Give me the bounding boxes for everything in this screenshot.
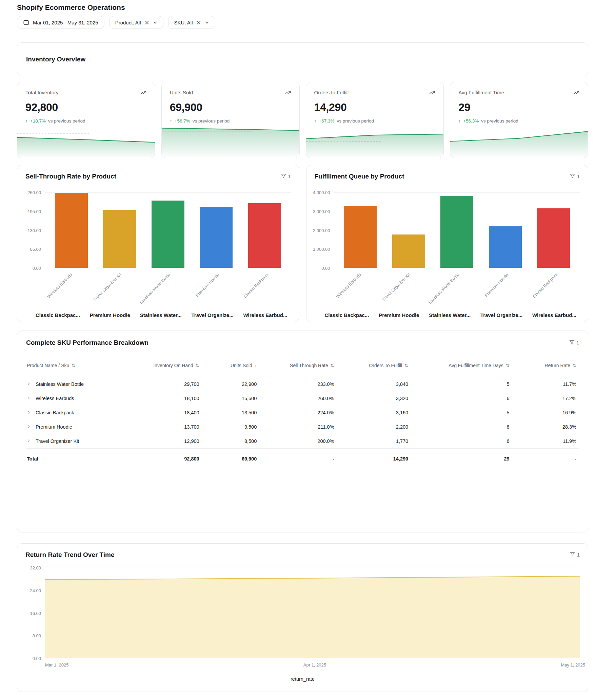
table-cell: 29,700	[141, 374, 202, 392]
legend-item-wireless-earbud-[interactable]: Wireless Earbud...	[243, 312, 287, 318]
inventory-overview-card: Inventory Overview	[17, 43, 588, 77]
y-axis: 0.0065.00130.00195.00260.00	[25, 192, 45, 268]
column-label: Sell Through Rate	[290, 363, 328, 368]
column-header-orders-to-fulfill[interactable]: Orders To Fulfill⇅	[337, 358, 411, 374]
column-header-units-sold[interactable]: Units Sold↓	[202, 358, 260, 374]
legend-item-travel-organize-[interactable]: Travel Organize...	[480, 312, 523, 318]
sort-icon[interactable]: ⇅	[573, 363, 576, 368]
table-cell: 260.0%	[259, 391, 337, 406]
table-cell: 8,500	[202, 434, 260, 448]
bar-classic-backpack[interactable]	[248, 203, 281, 268]
bar-stainless-water-bottle[interactable]	[152, 201, 184, 268]
filter-badge[interactable]: 1	[570, 552, 580, 558]
table-cell: 8	[411, 420, 512, 434]
legend-item-classic-backpac-[interactable]: Classic Backpac...	[325, 312, 369, 318]
clear-icon[interactable]	[197, 20, 201, 25]
y-tick-label: 0.00	[33, 656, 41, 661]
legend-item-classic-backpac-[interactable]: Classic Backpac...	[36, 312, 80, 318]
table-row-classic-backpack[interactable]: Classic Backpack18,40013,500224.0%3,1605…	[26, 406, 579, 420]
chevron-down-icon[interactable]	[205, 20, 209, 25]
clear-icon[interactable]	[145, 20, 149, 25]
kpi-delta: +56.3%	[463, 118, 479, 123]
filter-badge[interactable]: 1	[281, 173, 291, 180]
legend-item-premium-hoodie[interactable]: Premium Hoodie	[379, 312, 419, 318]
bar-travel-organizer-kit[interactable]	[103, 210, 136, 268]
table-cell: 18,100	[141, 391, 202, 406]
chevron-right-icon[interactable]	[27, 410, 31, 416]
kpi-label: Avg Fulfillment Time	[458, 89, 504, 95]
bar-chart-sell-through: 0.0065.00130.00195.00260.00Wireless Earb…	[25, 192, 291, 309]
table-cell: 3,840	[337, 374, 411, 392]
bar-wireless-earbuds[interactable]	[344, 206, 377, 268]
chevron-down-icon[interactable]	[153, 20, 157, 25]
sort-icon[interactable]: ⇅	[331, 363, 334, 368]
bar-classic-backpack[interactable]	[537, 208, 570, 268]
x-axis-label: Wireless Earbuds	[335, 272, 362, 299]
column-header-avg-fulfillment-time-days[interactable]: Avg Fulfillment Time Days⇅	[411, 358, 512, 374]
bar-stainless-water-bottle[interactable]	[440, 196, 473, 268]
kpi-row: Total Inventory 92,800 ↑ +18.7% vs previ…	[17, 82, 588, 158]
y-tick-label: 4,000.00	[313, 190, 330, 195]
table-cell: 3,160	[337, 406, 411, 420]
filter-badge[interactable]: 1	[570, 173, 580, 180]
column-header-sell-through-rate[interactable]: Sell Through Rate⇅	[259, 358, 337, 374]
chevron-right-icon[interactable]	[27, 382, 31, 387]
date-range-filter[interactable]: Mar 01, 2025 - May 31, 2025	[17, 16, 104, 29]
product-cell: Classic Backpack	[26, 406, 141, 420]
column-header-return-rate[interactable]: Return Rate⇅	[512, 358, 579, 374]
chevron-right-icon[interactable]	[27, 396, 31, 401]
kpi-comparison: vs previous period	[481, 118, 518, 123]
legend-item-return-rate[interactable]: return_rate	[291, 676, 315, 682]
legend-item-premium-hoodie[interactable]: Premium Hoodie	[90, 312, 130, 318]
calendar-icon	[23, 19, 29, 26]
charts-row: Sell-Through Rate by Product 1 0.0065.00…	[17, 165, 588, 322]
arrow-up-icon: ↑	[25, 118, 28, 123]
bar-wireless-earbuds[interactable]	[55, 193, 88, 268]
legend-item-wireless-earbud-[interactable]: Wireless Earbud...	[532, 312, 576, 318]
sort-icon[interactable]: ⇅	[404, 363, 408, 368]
total-cell: 69,900	[202, 448, 260, 466]
product-cell: Stainless Water Bottle	[26, 374, 141, 392]
legend-item-stainless-water-[interactable]: Stainless Water...	[429, 312, 471, 318]
sort-icon[interactable]: ⇅	[72, 363, 75, 368]
table-row-stainless-water-bottle[interactable]: Stainless Water Bottle29,70022,900233.0%…	[26, 374, 579, 392]
bar-premium-hoodie[interactable]	[489, 226, 522, 268]
page-title: Shopify Ecommerce Operations	[17, 3, 588, 12]
table-row-premium-hoodie[interactable]: Premium Hoodie13,7009,500211.0%2,200828.…	[26, 420, 579, 434]
bar-premium-hoodie[interactable]	[200, 207, 232, 268]
sku-filter-chip[interactable]: SKU: All	[168, 16, 215, 29]
table-cell: 18,400	[141, 406, 202, 420]
kpi-sparkline	[306, 125, 444, 158]
legend-item-stainless-water-[interactable]: Stainless Water...	[140, 312, 182, 318]
y-tick-label: 8.00	[33, 633, 41, 639]
product-filter-chip[interactable]: Product: All	[109, 16, 163, 29]
column-header-product-name-sku[interactable]: Product Name / Sku⇅	[26, 358, 141, 374]
sort-icon[interactable]: ⇅	[196, 363, 199, 368]
table-cell: 233.0%	[259, 374, 337, 392]
chart-title: Sell-Through Rate by Product	[25, 173, 116, 180]
table-row-wireless-earbuds[interactable]: Wireless Earbuds18,10015,500260.0%3,3206…	[26, 391, 579, 406]
sort-desc-icon[interactable]: ↓	[254, 363, 257, 368]
chart-card-sell-through-rate: Sell-Through Rate by Product 1 0.0065.00…	[17, 165, 299, 322]
funnel-icon	[570, 173, 575, 180]
chevron-right-icon[interactable]	[27, 438, 31, 444]
table-cell: 200.0%	[259, 434, 337, 448]
legend-item-travel-organize-[interactable]: Travel Organize...	[191, 312, 233, 318]
y-tick-label: 16.00	[30, 611, 41, 616]
column-header-inventory-on-hand[interactable]: Inventory On Hand⇅	[141, 358, 202, 374]
product-name: Travel Organizer Kit	[36, 438, 79, 444]
table-cell: 5	[411, 406, 512, 420]
chart-legend: Classic Backpac...Premium HoodieStainles…	[25, 309, 291, 318]
kpi-delta: +18.7%	[30, 118, 46, 123]
bar-travel-organizer-kit[interactable]	[392, 235, 425, 268]
kpi-sparkline	[17, 125, 155, 158]
table-row-travel-organizer-kit[interactable]: Travel Organizer Kit12,9008,500200.0%1,7…	[26, 434, 579, 448]
filter-badge[interactable]: 1	[569, 340, 579, 346]
total-cell: -	[259, 448, 337, 466]
total-cell: -	[512, 448, 579, 466]
x-axis-label: Classic Backpack	[532, 272, 558, 299]
chevron-right-icon[interactable]	[27, 424, 31, 430]
kpi-label: Total Inventory	[25, 89, 59, 95]
chart-card-return-rate-trend: Return Rate Trend Over Time 1 0.008.0016…	[17, 543, 588, 692]
sort-icon[interactable]: ⇅	[506, 363, 510, 368]
